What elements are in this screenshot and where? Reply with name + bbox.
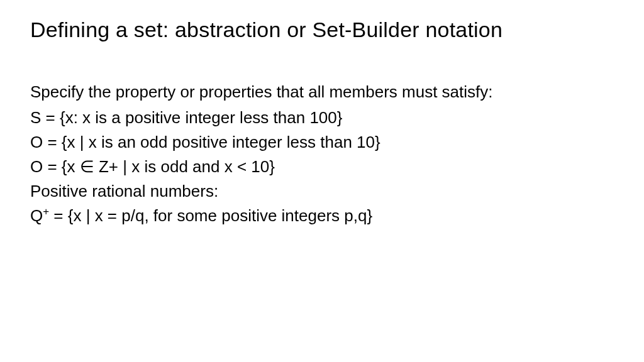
- element-of-symbol: ∈: [80, 158, 94, 176]
- set-q-definition: Q+ = {x | x = p/q, for some positive int…: [30, 205, 614, 227]
- o-def2-pre: O = {x: [30, 157, 80, 176]
- q-pre: Q: [30, 206, 43, 225]
- set-s-definition: S = {x: x is a positive integer less tha…: [30, 107, 614, 129]
- slide-body: Specify the property or properties that …: [30, 81, 614, 228]
- intro-text: Specify the property or properties that …: [30, 81, 614, 103]
- positive-rational-label: Positive rational numbers:: [30, 180, 614, 202]
- o-def2-post: Z+ | x is odd and x < 10}: [94, 157, 275, 176]
- set-o-definition-2: O = {x ∈ Z+ | x is odd and x < 10}: [30, 156, 614, 178]
- set-o-definition-1: O = {x | x is an odd positive integer le…: [30, 131, 614, 153]
- slide-title: Defining a set: abstraction or Set-Build…: [30, 18, 614, 42]
- q-superscript: +: [43, 206, 49, 218]
- q-post: = {x | x = p/q, for some positive intege…: [49, 206, 372, 225]
